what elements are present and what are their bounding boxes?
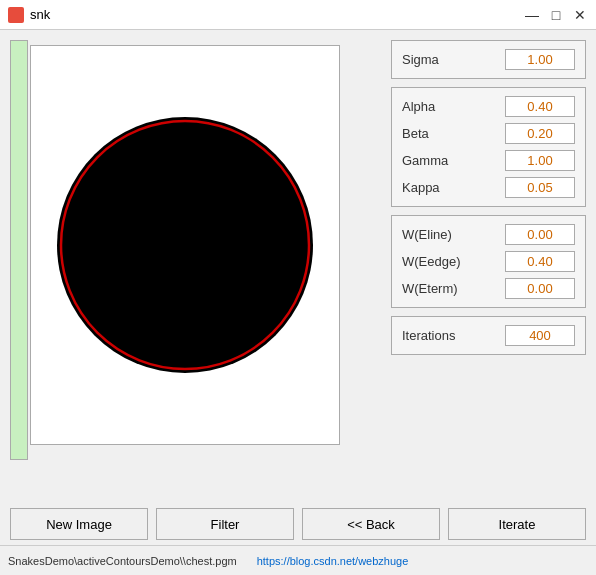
kappa-label: Kappa [402, 180, 472, 195]
weedge-input[interactable] [505, 251, 575, 272]
iterations-group: Iterations [391, 316, 586, 355]
alpha-input[interactable] [505, 96, 575, 117]
sigma-group: Sigma [391, 40, 586, 79]
alpha-row: Alpha [402, 96, 575, 117]
weedge-row: W(Eedge) [402, 251, 575, 272]
snake-visualization [50, 110, 320, 380]
maximize-button[interactable]: □ [548, 7, 564, 23]
weterm-label: W(Eterm) [402, 281, 472, 296]
minimize-button[interactable]: — [524, 7, 540, 23]
iterations-input[interactable] [505, 325, 575, 346]
title-bar: snk — □ ✕ [0, 0, 596, 30]
sigma-input[interactable] [505, 49, 575, 70]
app-icon [8, 7, 24, 23]
new-image-button[interactable]: New Image [10, 508, 148, 540]
beta-input[interactable] [505, 123, 575, 144]
ruler-left [10, 40, 28, 460]
image-display [30, 45, 340, 445]
iterate-button[interactable]: Iterate [448, 508, 586, 540]
kappa-input[interactable] [505, 177, 575, 198]
weights-group: W(Eline) W(Eedge) W(Eterm) [391, 215, 586, 308]
gamma-row: Gamma [402, 150, 575, 171]
weedge-label: W(Eedge) [402, 254, 472, 269]
beta-row: Beta [402, 123, 575, 144]
iterations-row: Iterations [402, 325, 575, 346]
back-button[interactable]: << Back [302, 508, 440, 540]
status-url: https://blog.csdn.net/webzhuge [257, 555, 409, 567]
kappa-row: Kappa [402, 177, 575, 198]
weterm-row: W(Eterm) [402, 278, 575, 299]
close-button[interactable]: ✕ [572, 7, 588, 23]
status-bar: SnakesDemo\activeContoursDemo\\chest.pgm… [0, 545, 596, 575]
buttons-row: New Image Filter << Back Iterate [10, 508, 586, 540]
main-content: Sigma Alpha Beta Gamma Kappa [0, 30, 596, 545]
window-controls: — □ ✕ [524, 7, 588, 23]
right-panel: Sigma Alpha Beta Gamma Kappa [391, 40, 586, 535]
sigma-label: Sigma [402, 52, 472, 67]
gamma-input[interactable] [505, 150, 575, 171]
filter-button[interactable]: Filter [156, 508, 294, 540]
weline-input[interactable] [505, 224, 575, 245]
sigma-row: Sigma [402, 49, 575, 70]
abgk-group: Alpha Beta Gamma Kappa [391, 87, 586, 207]
alpha-label: Alpha [402, 99, 472, 114]
window-title: snk [30, 7, 524, 22]
beta-label: Beta [402, 126, 472, 141]
weline-label: W(Eline) [402, 227, 472, 242]
weterm-input[interactable] [505, 278, 575, 299]
iterations-label: Iterations [402, 328, 472, 343]
status-path: SnakesDemo\activeContoursDemo\\chest.pgm [8, 555, 237, 567]
svg-point-0 [57, 117, 313, 373]
gamma-label: Gamma [402, 153, 472, 168]
left-panel [10, 40, 381, 535]
weline-row: W(Eline) [402, 224, 575, 245]
